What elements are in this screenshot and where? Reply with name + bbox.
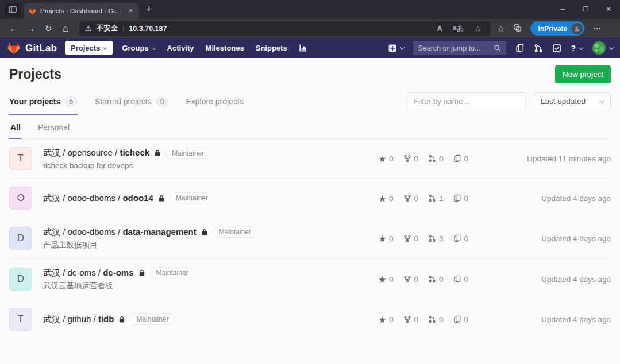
- tab-your-projects[interactable]: Your projects 5: [9, 88, 78, 115]
- issues-stat[interactable]: 0: [453, 154, 469, 163]
- project-stats: 0 0 0 0: [379, 154, 475, 163]
- tab-close-icon[interactable]: ×: [127, 7, 134, 15]
- add-favorite-icon[interactable]: ☆: [471, 24, 484, 33]
- help-dropdown[interactable]: ?: [571, 44, 583, 53]
- gitlab-logo[interactable]: GitLab: [7, 41, 57, 55]
- merge-requests-stat[interactable]: 1: [428, 194, 444, 203]
- issues-stat[interactable]: 0: [453, 234, 469, 243]
- fork-icon: [403, 194, 411, 202]
- new-tab-button[interactable]: +: [146, 4, 152, 14]
- forks-stat[interactable]: 0: [403, 194, 419, 203]
- chevron-down-icon: [400, 45, 405, 49]
- project-row[interactable]: D 武汉 / odoo-dboms / data-management Main…: [9, 218, 611, 259]
- project-name: tidb: [98, 314, 114, 324]
- lock-icon: [118, 316, 125, 323]
- project-stats: 0 0 3 0: [379, 234, 475, 243]
- forks-stat[interactable]: 0: [403, 315, 419, 324]
- url-text[interactable]: 10.3.70.187: [129, 25, 167, 33]
- browser-tab-strip: Projects · Dashboard · GitLab × + ─ ☐ ✕: [0, 0, 620, 19]
- nav-groups-dropdown[interactable]: Groups: [116, 41, 161, 55]
- browser-menu-icon[interactable]: ···: [593, 24, 601, 33]
- favorites-icon[interactable]: ☆: [497, 24, 505, 34]
- lock-icon: [154, 149, 161, 157]
- issues-icon[interactable]: [515, 44, 525, 53]
- stars-stat[interactable]: 0: [379, 154, 394, 163]
- home-icon[interactable]: ⌂: [57, 23, 74, 34]
- security-warning-label[interactable]: 不安全: [97, 24, 118, 33]
- project-row[interactable]: T 武汉 / github / tidb Maintainer 0 0 0: [9, 300, 611, 339]
- project-avatar: D: [9, 268, 32, 291]
- role-badge: Maintainer: [150, 267, 195, 278]
- user-menu-dropdown[interactable]: [592, 41, 613, 55]
- merge-request-icon: [428, 194, 436, 202]
- gitlab-tanuki-icon: [7, 41, 21, 55]
- browser-tab[interactable]: Projects · Dashboard · GitLab ×: [24, 3, 139, 19]
- address-separator: |: [122, 25, 124, 33]
- star-icon: [379, 235, 386, 242]
- project-description: 产品主数据项目: [43, 240, 379, 250]
- stars-stat[interactable]: 0: [379, 275, 394, 284]
- merge-requests-icon[interactable]: [534, 44, 543, 53]
- stars-stat[interactable]: 0: [379, 234, 394, 243]
- close-button[interactable]: ✕: [597, 0, 620, 18]
- tab-starred-projects[interactable]: Starred projects 0: [95, 88, 169, 115]
- merge-requests-stat[interactable]: 0: [428, 275, 444, 284]
- role-badge: Maintainer: [165, 148, 210, 159]
- project-avatar: T: [9, 147, 32, 170]
- nav-milestones-link[interactable]: Milestones: [200, 41, 250, 55]
- merge-requests-stat[interactable]: 0: [428, 154, 444, 163]
- project-row[interactable]: O 武汉 / odoo-dboms / odoo14 Maintainer 0 …: [9, 179, 611, 218]
- project-description: 武汉云基地运营看板: [43, 281, 379, 291]
- star-icon: [379, 316, 386, 323]
- toolbar-right: ☆ InPrivate ···: [497, 21, 601, 36]
- updated-timestamp: Updated 4 days ago: [475, 315, 611, 324]
- project-namespace: 武汉 / dc-oms / dc-oms: [43, 268, 134, 278]
- collections-icon[interactable]: [513, 24, 522, 34]
- sort-dropdown[interactable]: Last updated: [534, 92, 611, 110]
- merge-requests-stat[interactable]: 3: [428, 234, 444, 243]
- forks-stat[interactable]: 0: [403, 154, 419, 163]
- todos-icon[interactable]: [552, 44, 561, 53]
- stars-stat[interactable]: 0: [379, 194, 394, 203]
- chevron-down-icon: [103, 45, 107, 49]
- tab-title: Projects · Dashboard · GitLab: [40, 7, 123, 14]
- nav-projects-dropdown[interactable]: Projects: [65, 41, 113, 55]
- inprivate-badge[interactable]: InPrivate: [530, 21, 584, 36]
- project-row[interactable]: D 武汉 / dc-oms / dc-oms Maintainer 武汉云基地运…: [9, 259, 611, 300]
- new-project-button[interactable]: New project: [555, 65, 611, 83]
- global-search-input[interactable]: Search or jump to...: [413, 41, 506, 55]
- issues-stat[interactable]: 0: [453, 315, 469, 324]
- project-row[interactable]: T 武汉 / opensource / ticheck Maintainer t…: [9, 139, 611, 179]
- project-description: ticheck backup for devops: [43, 161, 379, 170]
- nav-snippets-link[interactable]: Snippets: [250, 41, 293, 55]
- subtab-personal[interactable]: Personal: [37, 115, 71, 139]
- issues-stat[interactable]: 0: [453, 194, 469, 203]
- charts-icon[interactable]: [293, 41, 313, 55]
- merge-requests-stat[interactable]: 0: [428, 315, 444, 324]
- read-aloud-icon[interactable]: A: [434, 25, 445, 33]
- stars-stat[interactable]: 0: [379, 315, 394, 324]
- translate-icon[interactable]: aあ: [450, 24, 467, 33]
- forks-stat[interactable]: 0: [403, 234, 419, 243]
- project-avatar: O: [9, 187, 32, 210]
- merge-request-icon: [428, 315, 436, 323]
- issues-stat[interactable]: 0: [453, 275, 469, 284]
- forward-icon[interactable]: →: [23, 24, 39, 33]
- tab-explore-projects[interactable]: Explore projects: [186, 88, 243, 115]
- updated-timestamp: Updated 4 days ago: [475, 234, 611, 243]
- plus-square-icon: [388, 44, 397, 53]
- forks-stat[interactable]: 0: [403, 275, 419, 284]
- maximize-button[interactable]: ☐: [574, 0, 597, 18]
- subtab-all[interactable]: All: [9, 115, 22, 139]
- user-avatar: [592, 41, 606, 55]
- nav-activity-link[interactable]: Activity: [161, 41, 200, 55]
- back-icon[interactable]: ←: [6, 24, 22, 33]
- refresh-icon[interactable]: ↻: [40, 24, 56, 34]
- minimize-button[interactable]: ─: [551, 0, 574, 18]
- new-menu-dropdown[interactable]: [388, 44, 404, 53]
- tab-actions-icon[interactable]: [5, 3, 21, 17]
- role-badge: Maintainer: [130, 313, 175, 325]
- filter-by-name-input[interactable]: [407, 92, 526, 110]
- page-title: Projects: [9, 67, 61, 82]
- address-bar[interactable]: ⚠ 不安全 | 10.3.70.187 A aあ ☆: [79, 21, 490, 36]
